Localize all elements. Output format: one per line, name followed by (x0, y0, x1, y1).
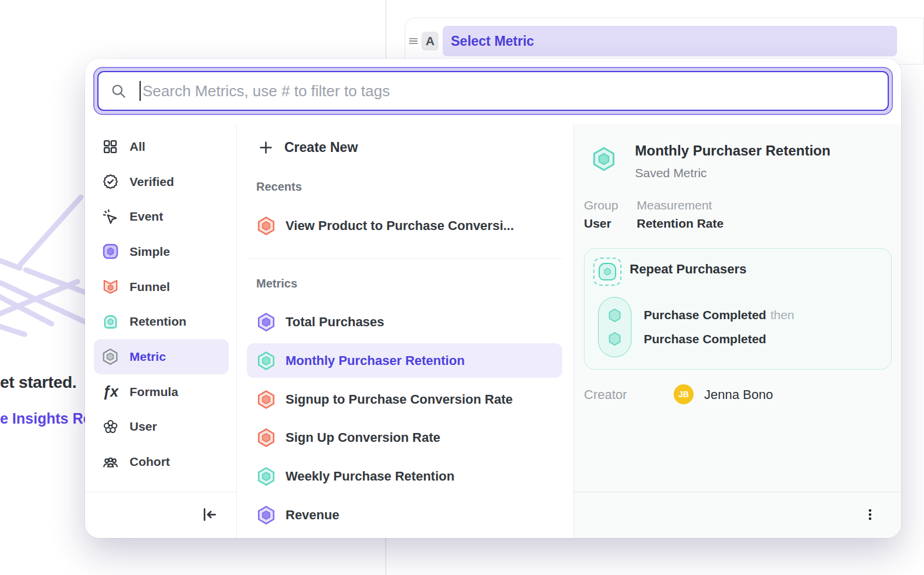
simple-metric-icon (101, 243, 119, 261)
metric-row-label: Revenue (286, 508, 339, 523)
text-caret (140, 81, 141, 101)
step-hexagon-icon (607, 307, 623, 323)
metric-hexagon-icon (256, 351, 276, 371)
metric-list-panel: Create New Recents View Product to Purch… (237, 124, 573, 538)
sidebar-item-event[interactable]: Event (94, 199, 229, 234)
metric-block-bar: A Select Metric (405, 18, 924, 65)
metric-row[interactable]: Weekly Purchase Retention (247, 459, 562, 493)
metric-block-letter-badge: A (422, 32, 439, 50)
metric-hexagon-icon (591, 146, 617, 172)
sidebar-item-retention[interactable]: Retention (94, 304, 229, 339)
recent-item[interactable]: View Product to Purchase Conversi... (247, 208, 562, 243)
step-event-name: Purchase Completed (644, 308, 766, 322)
sidebar-item-metric[interactable]: Metric (94, 339, 229, 374)
retention-definition-icon (593, 258, 621, 286)
metric-row-label: Total Purchases (286, 314, 384, 330)
metric-row[interactable]: Sign Up Conversion Rate (247, 420, 562, 455)
sidebar-item-label: Cohort (130, 455, 170, 469)
metric-hexagon-icon (256, 505, 276, 525)
sidebar-item-cohort[interactable]: Cohort (94, 444, 229, 479)
step-connector: then (770, 308, 794, 322)
avatar-initials: JB (678, 390, 689, 399)
metric-hexagon-icon (256, 390, 276, 410)
select-metric-label: Select Metric (451, 33, 534, 49)
recent-item-label: View Product to Purchase Conversi... (286, 218, 514, 234)
more-options-button[interactable] (859, 503, 881, 526)
creator-label: Creator (584, 387, 627, 402)
sidebar-item-label: Retention (130, 314, 186, 329)
verified-badge-icon (101, 173, 119, 191)
sidebar-item-label: Metric (130, 350, 166, 364)
sidebar-item-label: Funnel (130, 280, 170, 294)
metric-hexagon-icon (256, 466, 276, 486)
search-icon (110, 83, 127, 99)
measurement-label: Measurement (637, 198, 712, 212)
sidebar-item-simple[interactable]: Simple (94, 234, 229, 269)
sidebar-item-user[interactable]: User (94, 410, 229, 445)
drag-handle-icon[interactable] (407, 35, 420, 48)
sidebar-item-formula[interactable]: ƒx Formula (94, 374, 229, 410)
sidebar-item-label: Formula (130, 385, 178, 399)
sidebar-footer-divider (85, 492, 236, 492)
background-insights-report-link[interactable]: e Insights Re (0, 410, 91, 427)
sidebar-item-label: Simple (130, 245, 170, 259)
sidebar-item-funnel[interactable]: Funnel (94, 269, 229, 305)
sidebar-item-label: User (130, 420, 157, 434)
hexagon-icon (603, 267, 612, 276)
group-label: Group (584, 198, 618, 212)
metric-hexagon-icon (256, 428, 276, 448)
recents-section-header: Recents (256, 180, 302, 194)
retention-steps-capsule (598, 297, 631, 357)
avatar: JB (674, 384, 694, 404)
definition-step-1: Purchase Completedthen (644, 308, 794, 322)
metric-picker-modal: All Verified (85, 59, 901, 538)
measurement-value: Retention Rate (637, 217, 723, 231)
collapse-panel-icon (201, 506, 218, 523)
metric-row-label: Monthly Purchaser Retention (286, 353, 465, 368)
kebab-menu-icon (862, 507, 878, 522)
retention-icon (101, 313, 119, 330)
event-cursor-icon (101, 208, 119, 225)
search-input[interactable] (142, 82, 876, 100)
step-event-name: Purchase Completed (644, 332, 766, 346)
sidebar-item-label: Verified (130, 175, 174, 189)
grid-icon (101, 138, 119, 155)
sidebar-item-verified[interactable]: Verified (94, 164, 229, 199)
metric-row[interactable]: Signup to Purchase Conversion Rate (247, 382, 562, 417)
metric-row-label: Sign Up Conversion Rate (286, 430, 440, 445)
metric-row-selected[interactable]: Monthly Purchaser Retention (247, 343, 562, 378)
collapse-panel-button[interactable] (198, 503, 221, 526)
step-hexagon-icon (607, 331, 623, 347)
sidebar-item-label: All (130, 140, 145, 154)
create-new-label: Create New (284, 140, 358, 155)
creator-name: Jenna Bono (704, 387, 773, 402)
section-divider (246, 258, 562, 259)
definition-title: Repeat Purchasers (630, 262, 746, 277)
funnel-icon (101, 278, 119, 296)
plus-icon (258, 140, 274, 155)
details-title: Monthly Purchaser Retention (635, 143, 830, 159)
metric-row-label: Signup to Purchase Conversion Rate (286, 392, 513, 407)
metric-hexagon-icon (101, 348, 119, 366)
metric-hexagon-icon (256, 312, 276, 332)
select-metric-button[interactable]: Select Metric (443, 26, 897, 56)
details-subtitle: Saved Metric (635, 166, 707, 180)
create-new-button[interactable]: Create New (258, 140, 358, 155)
background-headline-fragment: et started. (0, 373, 77, 392)
metric-row[interactable]: Total Purchases (247, 305, 562, 339)
definition-step-2: Purchase Completed (644, 332, 766, 346)
metric-row-label: Weekly Purchase Retention (286, 469, 454, 484)
metric-row[interactable]: Revenue (247, 498, 562, 532)
user-icon (101, 418, 119, 435)
metric-hexagon-icon (256, 216, 276, 236)
search-field-focus-ring (93, 67, 893, 115)
group-value: User (584, 217, 612, 231)
sidebar-item-label: Event (130, 209, 163, 224)
formula-icon: ƒx (101, 383, 119, 401)
metric-definition-card: Repeat Purchasers Purchase Completedthen… (584, 248, 892, 370)
cohort-icon (101, 453, 119, 471)
category-sidebar: All Verified (85, 124, 236, 538)
metrics-section-header: Metrics (256, 277, 297, 290)
sidebar-item-all[interactable]: All (94, 129, 229, 164)
details-footer-divider (574, 492, 901, 492)
